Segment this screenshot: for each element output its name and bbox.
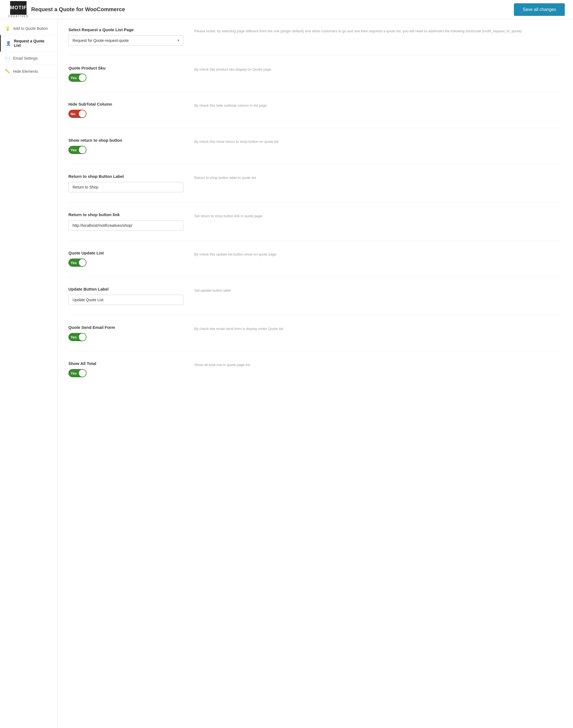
- show-return-hint-text: By check this show return to shop button…: [194, 139, 562, 145]
- hide-subtotal-label: Hide SubTotal Column: [68, 102, 183, 106]
- return-label-row: Return to shop Button Label Return to sh…: [68, 174, 562, 192]
- toggle-knob-9: [79, 370, 86, 377]
- toggle-knob: [79, 74, 86, 81]
- hide-subtotal-hint: By check this hide subtotal column in li…: [194, 102, 562, 108]
- show-return-toggle[interactable]: Yes: [68, 146, 87, 154]
- quote-update-list-label: Quote Update List: [68, 250, 183, 255]
- logo-subtitle: CREATIVES: [8, 15, 29, 18]
- update-button-field-label: Update Button Label: [68, 287, 183, 291]
- hide-subtotal-left: Hide SubTotal Column No: [68, 102, 183, 118]
- toggle-knob-no: [79, 110, 86, 117]
- quote-send-email-row: Quote Send Email Form Yes By check this …: [68, 325, 562, 341]
- quote-update-list-hint: By check this update list button show on…: [194, 250, 562, 257]
- quote-product-sku-row: Quote Product Sku Yes By check this prod…: [68, 66, 562, 82]
- sidebar: 💡 Add to Quote Button 👤 Request a Quote …: [0, 19, 57, 728]
- show-return-row: Show return to shop button Yes By check …: [68, 138, 562, 154]
- main-content: Select Request a Quote List Page Request…: [57, 19, 573, 728]
- show-all-total-label: Show All Total: [68, 361, 183, 366]
- quote-update-list-hint-text: By check this update list button show on…: [194, 252, 562, 257]
- section-hide-subtotal: Hide SubTotal Column No By check this hi…: [68, 102, 562, 128]
- lightbulb-icon: 💡: [5, 26, 10, 31]
- return-link-left: Return to shop button link: [68, 212, 183, 231]
- update-button-label-hint: Set update button label: [194, 287, 562, 293]
- email-icon: ✉️: [5, 56, 10, 61]
- select-page-dropdown[interactable]: Request for Quote-request-quote: [68, 35, 183, 46]
- show-all-total-row: Show All Total Yes Show all total row in…: [68, 361, 562, 377]
- quote-product-sku-hint-text: By check this product sku dispaly on Quo…: [194, 67, 562, 72]
- select-page-hint: Please noted: by selecting page differen…: [194, 27, 562, 34]
- section-return-label: Return to shop Button Label Return to sh…: [68, 174, 562, 203]
- quote-update-list-toggle[interactable]: Yes: [68, 259, 87, 267]
- quote-send-email-toggle[interactable]: Yes: [68, 333, 87, 341]
- quote-send-email-hint: By check this email send form is display…: [194, 325, 562, 332]
- show-all-total-left: Show All Total Yes: [68, 361, 183, 377]
- update-button-label-left: Update Button Label: [68, 287, 183, 305]
- section-quote-send-email: Quote Send Email Form Yes By check this …: [68, 325, 562, 351]
- show-return-hint: By check this show return to shop button…: [194, 138, 562, 145]
- section-show-all-total: Show All Total Yes Show all total row in…: [68, 361, 562, 387]
- show-all-total-toggle-wrapper: Yes: [68, 369, 183, 377]
- quote-update-list-toggle-wrapper: Yes: [68, 259, 183, 267]
- toggle-yes-label-3: Yes: [70, 148, 76, 152]
- update-button-label-hint-text: Set update button label: [194, 288, 562, 293]
- page-title: Request a Quote for WooCommerce: [31, 6, 125, 13]
- sidebar-item-request-quote-list[interactable]: 👤 Request a Quote List: [0, 35, 57, 52]
- sidebar-item-add-to-quote[interactable]: 💡 Add to Quote Button: [0, 22, 57, 35]
- sidebar-label-add-to-quote: Add to Quote Button: [13, 26, 48, 31]
- logo-area: MOTIF CREATIVES Request a Quote for WooC…: [8, 1, 125, 18]
- sidebar-item-hide-elements[interactable]: ✏️ Hide Elements: [0, 65, 57, 78]
- select-page-left: Select Request a Quote List Page Request…: [68, 27, 183, 46]
- section-quote-product-sku: Quote Product Sku Yes By check this prod…: [68, 66, 562, 92]
- return-link-hint: Set return to shop button link in quote …: [194, 212, 562, 219]
- quote-send-email-toggle-wrapper: Yes: [68, 333, 183, 341]
- return-label-left: Return to shop Button Label: [68, 174, 183, 192]
- return-link-hint-text: Set return to shop button link in quote …: [194, 213, 562, 219]
- show-return-left: Show return to shop button Yes: [68, 138, 183, 154]
- toggle-yes-label: Yes: [70, 76, 76, 80]
- sidebar-label-email-settings: Email Settings: [13, 56, 38, 60]
- show-return-label: Show return to shop button: [68, 138, 183, 143]
- toggle-knob-3: [79, 146, 86, 154]
- toggle-yes-label-9: Yes: [70, 371, 76, 375]
- show-all-total-hint: Show all total row in quote page list: [194, 361, 562, 368]
- header: MOTIF CREATIVES Request a Quote for WooC…: [0, 0, 573, 19]
- select-page-hint-text: Please noted: by selecting page differen…: [194, 29, 562, 34]
- layout: 💡 Add to Quote Button 👤 Request a Quote …: [0, 19, 573, 728]
- section-quote-update-list: Quote Update List Yes By check this upda…: [68, 250, 562, 277]
- quote-product-sku-toggle[interactable]: Yes: [68, 73, 87, 82]
- select-page-row: Select Request a Quote List Page Request…: [68, 27, 562, 46]
- person-icon: 👤: [6, 41, 11, 46]
- return-label-input[interactable]: [68, 182, 183, 192]
- logo-text-line1: MOTIF: [10, 5, 27, 11]
- return-label-hint: Return to shop button lable in quote lis…: [194, 174, 562, 180]
- hide-subtotal-row: Hide SubTotal Column No By check this hi…: [68, 102, 562, 118]
- show-all-total-hint-text: Show all total row in quote page list: [194, 362, 562, 368]
- update-button-label-input[interactable]: [68, 295, 183, 305]
- return-label-field-label: Return to shop Button Label: [68, 174, 183, 179]
- show-return-toggle-wrapper: Yes: [68, 146, 183, 154]
- hide-subtotal-toggle-wrapper: No: [68, 110, 183, 118]
- update-button-label-row: Update Button Label Set update button la…: [68, 287, 562, 305]
- section-select-page: Select Request a Quote List Page Request…: [68, 27, 562, 56]
- return-link-input[interactable]: [68, 220, 183, 231]
- select-page-label: Select Request a Quote List Page: [68, 27, 183, 32]
- sidebar-label-hide-elements: Hide Elements: [13, 69, 38, 73]
- return-link-field-label: Return to shop button link: [68, 212, 183, 217]
- section-show-return: Show return to shop button Yes By check …: [68, 138, 562, 164]
- quote-send-email-label: Quote Send Email Form: [68, 325, 183, 330]
- logo: MOTIF CREATIVES: [8, 1, 29, 18]
- sidebar-item-email-settings[interactable]: ✉️ Email Settings: [0, 52, 57, 65]
- save-all-changes-button[interactable]: Save all changes: [514, 3, 565, 16]
- quote-product-sku-toggle-wrapper: Yes: [68, 73, 183, 82]
- logo-box: MOTIF: [10, 1, 27, 15]
- toggle-knob-8: [79, 334, 86, 341]
- quote-send-email-left: Quote Send Email Form Yes: [68, 325, 183, 341]
- return-label-hint-text: Return to shop button lable in quote lis…: [194, 175, 562, 180]
- toggle-yes-label-8: Yes: [70, 335, 76, 339]
- select-page-wrapper: Request for Quote-request-quote ▼: [68, 35, 183, 46]
- quote-update-list-row: Quote Update List Yes By check this upda…: [68, 250, 562, 267]
- show-all-total-toggle[interactable]: Yes: [68, 369, 87, 377]
- quote-product-sku-hint: By check this product sku dispaly on Quo…: [194, 66, 562, 72]
- hide-subtotal-toggle[interactable]: No: [68, 110, 87, 118]
- section-return-link: Return to shop button link Set return to…: [68, 212, 562, 241]
